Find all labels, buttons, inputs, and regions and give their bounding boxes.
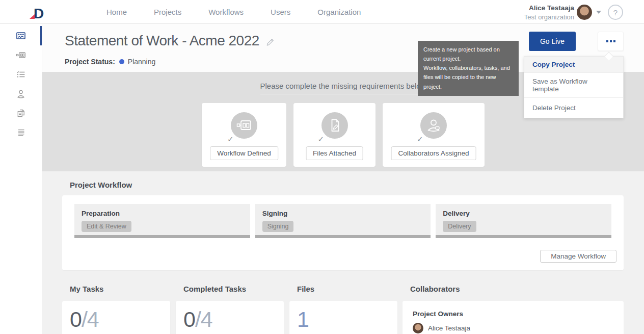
chevron-down-icon[interactable] [596, 11, 601, 14]
status-dot [119, 59, 124, 64]
user-info[interactable]: Alice Testaaja Test organization [524, 4, 574, 21]
workflow-phase-delivery[interactable]: Delivery Delivery [436, 204, 611, 238]
activity-icon [16, 127, 26, 138]
my-tasks-card[interactable]: 0/4 [62, 301, 170, 334]
collaborators-assigned-button[interactable]: Collaborators Assigned [391, 146, 476, 160]
left-sidebar [0, 24, 42, 334]
completed-tasks-card[interactable]: 0/4 [176, 301, 284, 334]
copy-project-tooltip: Create a new project based on current pr… [418, 41, 519, 96]
main-nav: Home Projects Workflows Users Organizati… [106, 0, 361, 24]
sidebar-item-workflow[interactable] [0, 45, 42, 65]
sidebar-item-overview[interactable] [0, 26, 42, 45]
my-tasks-value: 0/4 [70, 307, 170, 332]
workflow-card: Preparation Edit & Review Signing Signin… [62, 195, 624, 270]
project-workflow-heading: Project Workflow [70, 181, 132, 189]
edit-title-icon[interactable] [266, 38, 275, 46]
collaborator-name: Alice Testaaja [428, 324, 470, 332]
sidebar-item-tasks[interactable] [0, 65, 42, 84]
help-icon[interactable]: ? [608, 5, 623, 20]
workflow-defined-button[interactable]: Workflow Defined [210, 146, 278, 160]
nav-workflows[interactable]: Workflows [208, 8, 244, 16]
files-attached-button[interactable]: Files Attached [306, 146, 363, 160]
collaborators-heading: Collaborators [410, 285, 460, 293]
project-status-label: Project Status: [65, 58, 115, 66]
phase-tag: Edit & Review [82, 221, 131, 232]
sidebar-item-users[interactable] [0, 84, 42, 104]
manage-workflow-button[interactable]: Manage Workflow [540, 250, 616, 263]
phase-title: Signing [255, 204, 431, 217]
workflow-icon [16, 50, 26, 60]
check-icon: ✓ [417, 135, 423, 144]
files-value: 1 [297, 307, 397, 332]
go-live-button[interactable]: Go Live [529, 32, 576, 51]
my-tasks-heading: My Tasks [70, 285, 103, 293]
requirement-card-files-attached: ✓ Files Attached [293, 103, 375, 167]
users-icon [16, 89, 26, 99]
completed-tasks-count: 0 [183, 307, 195, 331]
collaborator-avatar [413, 323, 423, 333]
nav-organization[interactable]: Organization [317, 8, 361, 16]
tooltip-line-2: Workflow, collaborators, tasks, and file… [423, 63, 513, 91]
tasks-icon [16, 69, 26, 80]
top-nav-bar: D Home Projects Workflows Users Organiza… [0, 0, 644, 24]
tooltip-line-1: Create a new project based on current pr… [423, 45, 513, 63]
files-attached-icon [321, 112, 348, 139]
collaborators-assigned-icon [420, 112, 447, 139]
menu-item-delete-project[interactable]: Delete Project [524, 97, 623, 118]
nav-projects[interactable]: Projects [154, 8, 181, 16]
overview-icon [16, 31, 26, 41]
files-card[interactable]: 1 [289, 301, 397, 334]
project-workflow-section: Project Workflow Preparation Edit & Revi… [42, 171, 644, 270]
phase-tag: Signing [262, 221, 294, 232]
more-actions-button[interactable] [598, 32, 624, 51]
my-tasks-total: /4 [82, 307, 99, 331]
project-status-value: Planning [128, 58, 156, 66]
check-icon: ✓ [227, 135, 234, 144]
project-actions-menu: Copy Project Save as Workflow template D… [524, 56, 624, 118]
my-tasks-count: 0 [70, 307, 82, 331]
menu-item-save-as-workflow-template[interactable]: Save as Workflow template [524, 72, 623, 97]
sidebar-item-activity[interactable] [0, 123, 42, 142]
project-owners-label: Project Owners [413, 310, 613, 318]
page-title: Statement of Work - Acme 2022 [65, 33, 259, 49]
files-heading: Files [297, 285, 314, 293]
ellipsis-icon [606, 40, 615, 42]
sidebar-item-files[interactable] [0, 104, 42, 123]
nav-home[interactable]: Home [106, 8, 127, 16]
requirements-message: Please complete the missing requirements… [260, 82, 426, 94]
logo-letter: D [34, 7, 43, 21]
phase-title: Preparation [74, 204, 250, 217]
completed-tasks-total: /4 [195, 307, 212, 331]
user-name: Alice Testaaja [524, 4, 574, 12]
completed-tasks-heading: Completed Tasks [183, 285, 246, 293]
user-organization: Test organization [524, 13, 574, 21]
nav-users[interactable]: Users [271, 8, 290, 16]
collaborator-row[interactable]: Alice Testaaja [413, 323, 613, 333]
collaborators-card: Project Owners Alice Testaaja [403, 301, 624, 334]
requirement-card-collaborators-assigned: ✓ Collaborators Assigned [383, 103, 485, 167]
workflow-phase-preparation[interactable]: Preparation Edit & Review [74, 204, 250, 238]
files-icon [16, 108, 26, 118]
completed-tasks-value: 0/4 [183, 307, 284, 332]
stats-section: My Tasks 0/4 Completed Tasks 0/4 Files 1… [42, 270, 644, 334]
phase-title: Delivery [436, 204, 611, 217]
workflow-phase-signing[interactable]: Signing Signing [255, 204, 431, 238]
user-avatar[interactable] [577, 5, 592, 20]
requirement-card-workflow-defined: ✓ Workflow Defined [202, 103, 286, 167]
phase-tag: Delivery [443, 221, 476, 232]
app-logo[interactable]: D [30, 4, 43, 21]
workflow-defined-icon [231, 112, 257, 139]
check-icon: ✓ [318, 135, 325, 144]
